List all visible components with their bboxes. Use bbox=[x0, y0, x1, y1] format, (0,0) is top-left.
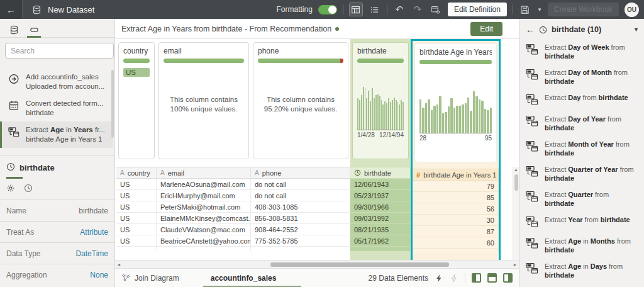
table-cell: US bbox=[116, 201, 157, 213]
table-column-header[interactable]: Aphone bbox=[251, 167, 350, 179]
prep-step-extract-age-in-years[interactable]: Extract Age in Years fr...birthdate Age … bbox=[0, 121, 113, 148]
steps-scrollbar[interactable] bbox=[111, 70, 114, 138]
number-type-icon: # bbox=[416, 171, 420, 179]
recommendations-title: birthdate (10) bbox=[552, 25, 601, 34]
dataset-icon bbox=[30, 3, 43, 16]
collapse-caret-icon[interactable]: ▼ bbox=[633, 26, 639, 33]
card-column-name: birthdate Age in Years 1 bbox=[419, 48, 492, 57]
data-elements-count: 29 Data Elements bbox=[369, 274, 428, 283]
extract-date-icon bbox=[526, 140, 540, 154]
join-diagram-button[interactable]: Join Diagram bbox=[121, 273, 179, 283]
uniqueness-message: This column contains 100% unique values. bbox=[164, 67, 244, 155]
column-profile-card[interactable]: birthdate Age in Years 12895 bbox=[414, 43, 497, 162]
vertical-scrollbar[interactable]: ▲ bbox=[513, 167, 519, 260]
join-diagram-icon bbox=[121, 273, 131, 283]
table-cell: ElaineMMcKinsey@comcast.net bbox=[157, 213, 251, 224]
recommendation-item-8[interactable]: Extract Year from birthdate bbox=[525, 211, 640, 233]
data-preview-zone: countryUSAcountryUSUSUSUSUSUSemailThis c… bbox=[115, 39, 519, 268]
header-label: email bbox=[168, 169, 184, 177]
prep-step-convert-detected-format[interactable]: Convert detected form...birthdate bbox=[0, 95, 113, 121]
layout-right-panel-icon[interactable] bbox=[503, 273, 513, 283]
table-cell: 60 bbox=[413, 237, 499, 249]
general-settings-gear-icon[interactable] bbox=[6, 184, 15, 194]
recommendation-item-5[interactable]: Extract Month of Year from birthdate bbox=[525, 136, 640, 161]
calendar-icon bbox=[8, 99, 21, 118]
recommendation-item-3[interactable]: Extract Day from birthdate bbox=[525, 89, 640, 111]
table-cell: US bbox=[116, 235, 157, 247]
edit-definition-button[interactable]: Edit Definition bbox=[448, 3, 507, 16]
column-profile-card[interactable]: countryUS bbox=[118, 42, 155, 159]
recommendation-item-1[interactable]: Extract Day of Week from birthdate bbox=[525, 39, 640, 64]
join-diagram-label: Join Diagram bbox=[135, 274, 179, 283]
datetime-tab-clock-icon[interactable] bbox=[24, 184, 33, 194]
horizontal-scrollbar[interactable]: ◄ ► bbox=[115, 260, 519, 268]
app-window: ← New Dataset Formatting ↶ ↷ Edit Defini… bbox=[0, 0, 644, 287]
uniqueness-message: This column contains 95.20% unique value… bbox=[258, 67, 343, 155]
table-column-header[interactable]: Aemail bbox=[157, 167, 251, 179]
addCircle-icon bbox=[8, 72, 21, 91]
window-title: New Dataset bbox=[48, 5, 94, 14]
grid-view-icon[interactable] bbox=[349, 3, 363, 16]
prep-step-add-accountinfo-sales[interactable]: Add accountinfo_salesUploaded from accou… bbox=[0, 69, 113, 95]
save-icon[interactable] bbox=[519, 3, 531, 16]
user-avatar[interactable]: OU bbox=[625, 3, 639, 17]
edit-step-button[interactable]: Edit bbox=[470, 22, 502, 36]
dataset-tab[interactable]: accountinfo_sales bbox=[207, 269, 277, 287]
recommendation-item-4[interactable]: Extract Day of Year from birthdate bbox=[525, 111, 640, 136]
property-value[interactable]: DateTime bbox=[75, 249, 108, 258]
formatting-toggle[interactable] bbox=[318, 5, 337, 14]
table-cell: 08/21/1935 bbox=[350, 224, 411, 235]
column-profile-card[interactable]: phoneThis column contains 95.20% unique … bbox=[253, 42, 348, 159]
layout-top-panel-icon[interactable] bbox=[487, 273, 497, 283]
table-cell: 12/06/1943 bbox=[350, 179, 411, 190]
column-profile-card[interactable]: birthdate1/4/2812/14/94 bbox=[352, 42, 409, 159]
preparation-script-tab[interactable] bbox=[25, 23, 43, 37]
recommendation-item-10[interactable]: Extract Age in Days from birthdate bbox=[525, 258, 640, 283]
property-value[interactable]: Attribute bbox=[80, 228, 108, 237]
undo-icon[interactable]: ↶ bbox=[393, 3, 406, 16]
recommendation-item-2[interactable]: Extract Day of Month from birthdate bbox=[525, 64, 640, 89]
layout-left-panel-icon[interactable] bbox=[472, 273, 481, 283]
table-cell-partial bbox=[116, 247, 157, 251]
property-value[interactable]: None bbox=[90, 271, 108, 279]
table-cell: 05/23/1937 bbox=[350, 190, 411, 201]
table-cell: do not call bbox=[251, 179, 350, 190]
inspect-icon[interactable] bbox=[430, 3, 442, 16]
table-cell: 79 bbox=[413, 181, 499, 192]
redo-icon[interactable]: ↷ bbox=[411, 3, 424, 16]
table-column-header[interactable]: #birthdate Age in Years 1 bbox=[413, 169, 499, 181]
recommendation-item-7[interactable]: Extract Quarter from birthdate bbox=[525, 186, 640, 211]
prep-steps-list: Add accountinfo_salesUploaded from accou… bbox=[0, 62, 114, 152]
table-column-header[interactable]: birthdate bbox=[350, 167, 411, 179]
quality-insights-icon[interactable] bbox=[435, 274, 443, 283]
list-view-icon[interactable] bbox=[369, 3, 381, 16]
back-button[interactable]: ← bbox=[0, 0, 23, 19]
column-birthdate: birthdate1/4/2812/14/94birthdate12/06/19… bbox=[350, 39, 411, 268]
quality-bar bbox=[123, 59, 150, 63]
panel-back-icon[interactable]: ← bbox=[526, 25, 535, 34]
property-treat-as: Treat AsAttribute bbox=[0, 221, 114, 242]
table-cell: 908-464-2552 bbox=[251, 224, 350, 235]
quality-insights-off-icon[interactable] bbox=[450, 274, 458, 283]
table-cell: BeatriceCAnstett@yahoo.com bbox=[157, 235, 251, 247]
create-workbook-button[interactable]: Create Workbook bbox=[548, 3, 619, 16]
search-input[interactable] bbox=[5, 43, 114, 59]
table-cell: EricHMurphy@mail.com bbox=[157, 190, 251, 201]
quality-bar bbox=[258, 59, 343, 63]
data-panel-tab[interactable] bbox=[5, 23, 23, 37]
recommendations-panel: ← birthdate (10) ▼ Extract Day of Week f… bbox=[519, 19, 644, 287]
step-title: Extract Age in Years from birthdate - Fr… bbox=[121, 25, 331, 33]
recommendation-item-6[interactable]: Extract Quarter of Year from birthdate bbox=[525, 161, 640, 186]
table-cell: US bbox=[116, 224, 157, 235]
save-menu-caret-icon[interactable]: ▼ bbox=[537, 7, 542, 13]
column-profile-card[interactable]: emailThis column contains 100% unique va… bbox=[158, 42, 249, 159]
header-label: birthdate Age in Years 1 bbox=[423, 171, 496, 179]
table-cell: US bbox=[116, 190, 157, 201]
table-cell: 408-303-1085 bbox=[251, 201, 350, 213]
table-cell: 09/03/1992 bbox=[350, 213, 411, 224]
table-column-header[interactable]: Acountry bbox=[116, 167, 157, 179]
recommendation-item-9[interactable]: Extract Age in Months from birthdate bbox=[525, 233, 640, 258]
extract-date-icon bbox=[526, 262, 540, 276]
table-cell: 05/17/1962 bbox=[350, 235, 411, 247]
recommendation-list: Extract Day of Week from birthdateExtrac… bbox=[525, 39, 640, 283]
